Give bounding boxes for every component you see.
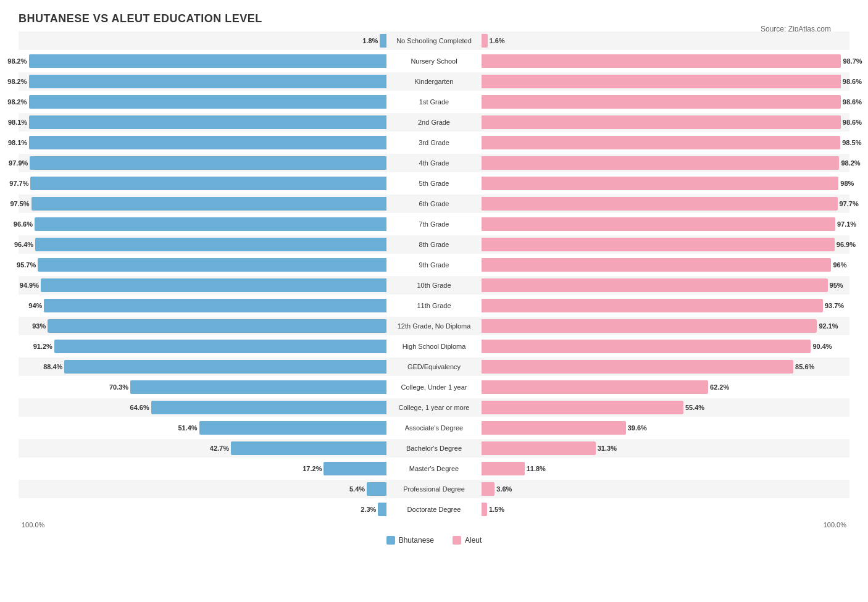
bar-row: 97.9% 4th Grade 98.2% [19, 154, 849, 172]
pink-value: 1.5% [489, 506, 507, 513]
legend: Bhutanese Aleut [19, 536, 849, 545]
chart-container: 1.8% No Schooling Completed 1.6% 98.2% N… [19, 31, 849, 519]
bar-blue: 64.6% [151, 401, 386, 414]
bar-label: No Schooling Completed [386, 37, 482, 44]
bar-pink: 97.7% [482, 197, 837, 211]
bar-label: 9th Grade [386, 261, 482, 269]
bar-blue: 97.5% [31, 197, 386, 211]
bar-blue: 97.7% [30, 177, 386, 190]
bar-pink: 93.7% [482, 299, 823, 312]
bar-label: Nursery School [386, 57, 482, 65]
pink-value: 3.6% [496, 485, 515, 493]
bar-label: High School Diploma [386, 343, 482, 350]
bar-label: Master's Degree [386, 465, 482, 472]
bar-blue: 97.9% [30, 156, 386, 170]
bar-row: 98.2% 1st Grade 98.6% [19, 93, 849, 111]
blue-value: 98.2% [4, 57, 27, 65]
bar-row: 2.3% Doctorate Degree 1.5% [19, 500, 849, 519]
bar-label: GED/Equivalency [386, 363, 482, 370]
bar-row: 96.4% 8th Grade 96.9% [19, 235, 849, 254]
bar-label: 7th Grade [386, 220, 482, 228]
axis-right: 100.0% [482, 521, 849, 529]
pink-value: 39.6% [628, 424, 650, 432]
bar-pink: 31.3% [482, 441, 596, 455]
bar-label: College, Under 1 year [386, 383, 482, 391]
right-section: 98.2% [482, 154, 849, 172]
blue-value: 96.6% [10, 220, 33, 228]
pink-value: 11.8% [527, 465, 549, 472]
left-section: 70.3% [19, 378, 386, 396]
pink-value: 98% [840, 180, 857, 187]
left-section: 98.1% [19, 133, 386, 152]
bar-pink: 96.9% [482, 238, 835, 251]
pink-value: 92.1% [819, 322, 841, 330]
right-section: 95% [482, 276, 849, 295]
blue-value: 98.2% [4, 78, 27, 85]
legend-blue: Bhutanese [386, 536, 434, 545]
bar-row: 42.7% Bachelor's Degree 31.3% [19, 439, 849, 458]
legend-pink: Aleut [453, 536, 482, 545]
bar-row: 94.9% 10th Grade 95% [19, 276, 849, 295]
bar-row: 97.5% 6th Grade 97.7% [19, 194, 849, 213]
right-section: 98% [482, 174, 849, 193]
blue-value: 64.6% [127, 404, 149, 411]
pink-value: 1.6% [490, 37, 508, 44]
bar-blue: 94.9% [41, 278, 386, 292]
bar-row: 5.4% Professional Degree 3.6% [19, 480, 849, 498]
bar-blue: 91.2% [54, 340, 386, 353]
bar-pink: 98.6% [482, 115, 841, 129]
bar-label: 2nd Grade [386, 119, 482, 126]
bar-row: 64.6% College, 1 year or more 55.4% [19, 398, 849, 417]
legend-pink-box [453, 536, 461, 545]
right-section: 90.4% [482, 337, 849, 356]
right-section: 98.6% [482, 93, 849, 111]
blue-value: 96.4% [11, 241, 33, 248]
bar-label: 6th Grade [386, 200, 482, 207]
left-section: 94% [19, 296, 386, 315]
right-section: 92.1% [482, 317, 849, 335]
blue-value: 95.7% [14, 261, 36, 269]
bar-row: 1.8% No Schooling Completed 1.6% [19, 31, 849, 50]
bar-pink: 95% [482, 278, 828, 292]
bar-pink: 97.1% [482, 217, 835, 231]
bar-pink: 98.6% [482, 95, 841, 109]
pink-value: 98.6% [843, 98, 865, 106]
left-section: 96.6% [19, 215, 386, 233]
bar-pink: 1.5% [482, 503, 487, 516]
bar-pink: 11.8% [482, 462, 525, 475]
legend-blue-label: Bhutanese [399, 536, 434, 545]
right-section: 96.9% [482, 235, 849, 254]
right-section: 98.7% [482, 52, 849, 70]
bar-pink: 92.1% [482, 319, 817, 333]
bar-pink: 85.6% [482, 360, 793, 374]
pink-value: 96% [833, 261, 849, 269]
bar-pink: 98% [482, 177, 838, 190]
pink-value: 98.5% [842, 139, 864, 146]
bar-pink: 98.7% [482, 54, 841, 68]
bar-blue: 70.3% [130, 380, 386, 394]
right-section: 39.6% [482, 419, 849, 437]
bar-blue: 96.6% [35, 217, 386, 231]
bar-label: 8th Grade [386, 241, 482, 248]
blue-value: 42.7% [207, 445, 229, 452]
pink-value: 31.3% [598, 445, 620, 452]
bar-blue: 5.4% [367, 482, 386, 496]
bar-blue: 93% [48, 319, 386, 333]
left-section: 5.4% [19, 480, 386, 498]
left-section: 97.5% [19, 194, 386, 213]
right-section: 3.6% [482, 480, 849, 498]
left-section: 64.6% [19, 398, 386, 417]
bar-row: 88.4% GED/Equivalency 85.6% [19, 357, 849, 376]
blue-value: 97.5% [7, 200, 29, 207]
right-section: 55.4% [482, 398, 849, 417]
bar-label: 10th Grade [386, 282, 482, 289]
right-section: 96% [482, 256, 849, 274]
axis-left: 100.0% [19, 521, 386, 529]
right-section: 31.3% [482, 439, 849, 458]
pink-value: 98.7% [843, 57, 865, 65]
blue-value: 98.1% [5, 139, 27, 146]
right-section: 1.6% [482, 31, 849, 50]
pink-value: 96.9% [837, 241, 859, 248]
blue-value: 97.7% [6, 180, 28, 187]
right-section: 98.5% [482, 133, 849, 152]
